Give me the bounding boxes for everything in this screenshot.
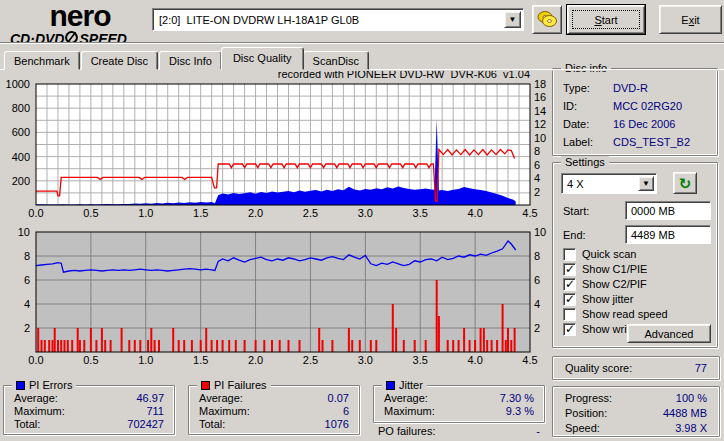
pi-failures-title: PI Failures	[214, 379, 267, 391]
svg-text:3.5: 3.5	[413, 207, 428, 219]
checkbox-icon	[563, 308, 576, 321]
svg-text:4: 4	[24, 298, 30, 310]
svg-text:2: 2	[24, 322, 30, 334]
svg-text:4.0: 4.0	[467, 207, 482, 219]
start-position-label: Start:	[563, 205, 589, 217]
svg-text:0.5: 0.5	[83, 207, 98, 219]
pi-failures-panel: PI Failures Average:0.07 Maximum:6 Total…	[188, 385, 360, 435]
progress-row: Progress:100 %	[553, 390, 719, 405]
tab-disc-info[interactable]: Disc Info	[159, 51, 222, 70]
jitter-title: Jitter	[399, 379, 423, 391]
po-failures-row: PO failures: -	[378, 425, 540, 437]
svg-text:3.5: 3.5	[413, 354, 428, 366]
svg-text:2.0: 2.0	[248, 207, 263, 219]
tab-bar: Benchmark Create Disc Disc Info Disc Qua…	[4, 48, 370, 70]
end-position-field[interactable]: 4489 MB	[625, 225, 711, 244]
progress-panel: Progress:100 % Position:4488 MB Speed:3.…	[552, 386, 720, 437]
stat-row: Maximum:711	[4, 404, 174, 417]
disc-date-row: Date:16 Dec 2006	[553, 115, 717, 133]
stat-row: Average:7.30 %	[374, 391, 544, 404]
speed-row: Speed:3.98 X	[553, 420, 719, 435]
svg-text:2.5: 2.5	[303, 354, 318, 366]
refresh-button[interactable]: ↻	[673, 172, 697, 194]
svg-text:400: 400	[12, 151, 30, 163]
exit-button[interactable]: Exit	[659, 5, 722, 34]
jitter-panel: Jitter Average:7.30 % Maximum:9.3 %	[373, 385, 545, 423]
checkbox-icon	[563, 248, 576, 261]
tab-benchmark[interactable]: Benchmark	[4, 51, 80, 70]
toolbar-divider	[0, 42, 724, 44]
pi-failures-color-icon	[201, 381, 210, 390]
drive-select-text: [2:0] LITE-ON DVDRW LH-18A1P GL0B	[153, 14, 504, 26]
stat-row: Average:46.97	[4, 391, 174, 404]
logo-nero-text: nero	[10, 1, 150, 31]
svg-text:10: 10	[18, 228, 30, 238]
pi-errors-chart: 2004006008001000246810121416180.00.51.01…	[0, 80, 560, 222]
svg-text:1.5: 1.5	[193, 207, 208, 219]
stat-row: Maximum:9.3 %	[374, 404, 544, 417]
checkbox-icon	[563, 278, 576, 291]
settings-title: Settings	[561, 156, 609, 168]
svg-text:600: 600	[12, 126, 30, 138]
drive-select[interactable]: [2:0] LITE-ON DVDRW LH-18A1P GL0B ▼	[152, 8, 524, 31]
end-position-label: End:	[563, 229, 586, 241]
svg-text:0.5: 0.5	[83, 354, 98, 366]
checkbox-show-read-speed[interactable]: Show read speed	[563, 307, 668, 321]
dropdown-arrow-icon[interactable]: ▼	[504, 11, 521, 28]
checkbox-show-c2-pif[interactable]: Show C2/PIF	[563, 277, 647, 291]
disc-button[interactable]	[532, 5, 562, 34]
app-window: nero CD·DVD SPEED [2:0] LITE-ON DVDRW LH…	[0, 0, 724, 441]
refresh-icon: ↻	[679, 176, 692, 191]
pi-errors-title: PI Errors	[29, 379, 72, 391]
svg-text:2.5: 2.5	[303, 207, 318, 219]
svg-text:800: 800	[12, 102, 30, 114]
checkbox-quick-scan[interactable]: Quick scan	[563, 247, 636, 261]
svg-text:6: 6	[534, 274, 540, 286]
svg-text:6: 6	[24, 274, 30, 286]
settings-panel: Settings 4 X ▼ ↻ Start: 0000 MB End: 448…	[552, 162, 718, 348]
disc-info-panel: Disc info Type:DVD-R ID:MCC 02RG20 Date:…	[552, 68, 718, 156]
jitter-color-icon	[386, 381, 395, 390]
checkbox-show-c1-pie[interactable]: Show C1/PIE	[563, 262, 647, 276]
svg-text:6: 6	[534, 159, 540, 171]
tab-disc-quality[interactable]: Disc Quality	[221, 47, 304, 70]
disc-id-row: ID:MCC 02RG20	[553, 97, 717, 115]
svg-text:4.5: 4.5	[522, 354, 537, 366]
dropdown-arrow-icon[interactable]: ▼	[638, 176, 654, 191]
stat-row: Total:1076	[189, 417, 359, 430]
position-row: Position:4488 MB	[553, 405, 719, 420]
tab-create-disc[interactable]: Create Disc	[81, 51, 158, 70]
svg-text:0.0: 0.0	[28, 207, 43, 219]
jitter-chart: 2468102468100.00.51.01.52.02.53.03.54.04…	[0, 228, 560, 370]
svg-text:1.0: 1.0	[138, 207, 153, 219]
svg-text:2: 2	[534, 322, 540, 334]
scan-speed-select[interactable]: 4 X ▼	[561, 173, 657, 194]
svg-text:10: 10	[534, 228, 546, 238]
svg-text:8: 8	[534, 145, 540, 157]
pi-errors-panel: PI Errors Average:46.97 Maximum:711 Tota…	[3, 385, 175, 435]
svg-text:16: 16	[534, 91, 546, 103]
checkbox-icon	[563, 263, 576, 276]
svg-text:14: 14	[534, 105, 546, 117]
svg-text:18: 18	[534, 80, 546, 90]
discs-icon	[536, 10, 558, 30]
disc-type-row: Type:DVD-R	[553, 79, 717, 97]
svg-text:0.0: 0.0	[28, 354, 43, 366]
disc-label-row: Label:CDS_TEST_B2	[553, 133, 717, 151]
advanced-button[interactable]: Advanced	[627, 324, 711, 343]
svg-text:4: 4	[534, 298, 540, 310]
quality-score-panel: Quality score:77	[552, 356, 720, 380]
start-position-field[interactable]: 0000 MB	[625, 201, 711, 220]
app-logo: nero CD·DVD SPEED	[10, 1, 150, 46]
stat-row: Maximum:6	[189, 404, 359, 417]
svg-text:200: 200	[12, 175, 30, 187]
checkbox-show-jitter[interactable]: Show jitter	[563, 292, 633, 306]
svg-text:1000: 1000	[6, 80, 30, 90]
start-button[interactable]: Start	[567, 5, 645, 34]
checkbox-icon	[563, 293, 576, 306]
tab-scandisc[interactable]: ScanDisc	[303, 51, 369, 70]
quality-score-value: 77	[695, 362, 707, 374]
svg-text:4.0: 4.0	[467, 354, 482, 366]
stat-row: Average:0.07	[189, 391, 359, 404]
checkbox-icon	[563, 323, 576, 336]
